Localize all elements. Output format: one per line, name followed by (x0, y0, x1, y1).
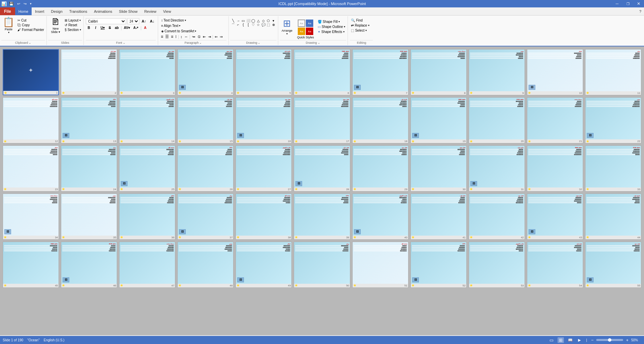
slide-thumb[interactable]: اسکنر▓▓▓▓▓▓▓▓▓▓▓▓▓▓▓▓▓▓▓▓▓▓▓▓▓▓▓▓▓▓▓▓▓⭐2… (3, 145, 59, 192)
menu-transitions[interactable]: Transitions (66, 7, 91, 15)
decrease-indent-icon[interactable]: ⇤ (202, 34, 207, 39)
drawing-group-expand-icon[interactable]: ⌄ (318, 41, 320, 44)
clear-format-button[interactable]: A↗ (132, 25, 140, 30)
copy-button[interactable]: ⿻ Copy (16, 23, 45, 27)
slide-thumb[interactable]: CPU▓▓▓▓▓▓▓▓▓▓▓▓▓▓▓▓▓▓▓▓▓▓▓▓▓▓▓▓▓▓▓▓▓🖼⭐13 (61, 97, 117, 143)
slide-thumb[interactable]: فصل دوم:▓▓▓▓▓▓▓▓▓▓▓▓▓▓▓▓▓▓▓▓▓▓▓▓▓▓▓▓▓▓▓▓… (119, 49, 175, 95)
slide-thumb[interactable]: فصل اول:▓▓▓▓▓▓▓▓▓▓▓▓▓▓▓▓▓▓▓▓▓▓▓▓▓▓▓▓▓▓⭐4… (410, 194, 467, 240)
slide-thumb[interactable]: حافظه RAM▓▓▓▓▓▓▓▓▓▓▓▓▓▓▓▓▓▓▓▓▓▓▓▓▓▓▓▓▓▓▓… (410, 97, 467, 143)
shape-more[interactable]: ▾ (271, 19, 276, 23)
slide-thumb[interactable]: فصل دوم:▓▓▓▓▓▓▓▓▓▓▓▓▓▓▓▓▓▓▓▓▓▓▓▓▓▓▓▓▓▓🖼⭐… (236, 97, 292, 143)
text-direction-button[interactable]: ↕ Text Direction ▾ (160, 18, 187, 23)
menu-home[interactable]: Home (15, 7, 32, 15)
slide-thumb[interactable]: دیسک سخت▓▓▓▓▓▓▓▓▓▓▓▓▓▓▓▓▓▓▓▓▓▓▓▓▓▓▓▓▓▓▓▓… (3, 194, 59, 240)
slide-thumb[interactable]: فصل دوم:▓▓▓▓▓▓▓▓▓▓▓▓▓▓▓▓▓▓▓▓▓▓▓▓▓▓▓▓▓▓▓▓… (352, 145, 408, 192)
bold-button[interactable]: B (86, 25, 92, 30)
slide-thumb[interactable]: ماژول اول:▓▓▓▓▓▓▓▓▓▓▓▓▓▓▓▓▓▓▓▓▓▓▓▓▓▓▓▓▓▓… (469, 145, 525, 192)
slide-thumb[interactable]: فصل اول:▓▓▓▓▓▓▓▓▓▓▓▓▓▓▓▓▓▓▓▓▓▓▓▓▓▓▓▓▓▓▓⭐… (177, 97, 234, 143)
slide-thumb[interactable]: ماژول اول:▓▓▓▓▓▓▓▓▓▓▓▓▓▓▓▓▓▓▓▓▓▓▓▓▓▓▓▓▓▓… (236, 49, 292, 95)
clipboard-expand-icon[interactable]: ⌄ (29, 41, 31, 44)
slide-thumb[interactable]: موس▓▓▓▓▓▓▓▓▓▓▓▓▓▓▓▓▓▓▓▓▓▓▓▓▓▓▓▓▓▓▓▓▓⭐48 (177, 242, 234, 288)
shape-rrect[interactable]: ⬜ (246, 19, 251, 23)
layout-button[interactable]: ⊞ Layout▾ (64, 18, 82, 23)
slide-thumb[interactable]: پرینتر▓▓▓▓▓▓▓▓▓▓▓▓▓▓▓▓▓▓▓▓▓▓▓▓▓▓▓▓▓▓▓⭐50 (294, 242, 350, 288)
slide-thumb[interactable]: دیسک سخت▓▓▓▓▓▓▓▓▓▓▓▓▓▓▓▓▓▓▓▓▓▓▓▓▓▓▓▓▓▓▓▓… (119, 242, 175, 288)
format-painter-button[interactable]: 🖌 Format Painter (16, 28, 45, 32)
replace-button[interactable]: ⇄ Replace ▾ (350, 23, 373, 28)
slide-thumb[interactable]: فصل سوم:▓▓▓▓▓▓▓▓▓▓▓▓▓▓▓▓▓▓▓▓▓▓▓▓▓▓▓▓▓▓▓⭐… (410, 145, 467, 192)
align-center-icon[interactable]: ☰ (165, 34, 170, 39)
slide-thumb[interactable]: شازده کامپیوتر▓▓▓▓▓▓▓▓▓▓▓▓▓▓▓▓▓▓▓▓▓▓▓▓▓▓… (352, 194, 408, 240)
slide-thumb[interactable]: CPU▓▓▓▓▓▓▓▓▓▓▓▓▓▓▓▓▓▓▓▓▓▓▓▓▓▓▓▓▓▓▓▓▓▓🖼⭐5… (410, 242, 467, 288)
slide-thumb[interactable]: شازده کامپیوتر▓▓▓▓▓▓▓▓▓▓▓▓▓▓▓▓▓▓▓▓▓▓▓▓▓▓… (469, 242, 525, 288)
align-left-icon[interactable]: ≡ (160, 34, 164, 39)
shape-star[interactable]: ☆ (256, 23, 261, 28)
slide-thumb[interactable]: اسکنر▓▓▓▓▓▓▓▓▓▓▓▓▓▓▓▓▓▓▓▓▓▓▓▓▓▓▓▓▓▓▓▓🖼⭐4… (236, 242, 292, 288)
find-button[interactable]: 🔍 Find (350, 18, 373, 23)
slide-thumb[interactable]: موس▓▓▓▓▓▓▓▓▓▓▓▓▓▓▓▓▓▓▓▓▓▓▓▓▓▓▓▓▓▓▓▓⭐9 (469, 49, 525, 95)
line-spacing-icon[interactable]: ↔ (184, 34, 189, 39)
shape-connector[interactable]: ⌒ (231, 23, 236, 28)
shape-arrow[interactable]: → (236, 19, 241, 23)
shape-line[interactable]: ╲ (231, 19, 236, 23)
menu-view[interactable]: View (160, 7, 175, 15)
shape-fill-button[interactable]: 🪣 Shape Fill ▾ (317, 20, 346, 24)
slide-thumb[interactable]: فصل اول:▓▓▓▓▓▓▓▓▓▓▓▓▓▓▓▓▓▓▓▓▓▓▓▓▓▓▓▓▓▓▓▓… (294, 145, 350, 192)
shape-oval[interactable]: ◯ (251, 19, 256, 23)
shape-brace[interactable]: { (241, 23, 246, 28)
restore-button[interactable]: ❐ (622, 0, 633, 7)
shadow-button[interactable]: ab (113, 25, 120, 30)
ltr-icon[interactable]: ⇒ (219, 34, 223, 39)
slide-thumb[interactable]: ✦⭐1 (3, 49, 59, 95)
slide-thumb[interactable]: صفحه کلید▓▓▓▓▓▓▓▓▓▓▓▓▓▓▓▓▓▓▓▓▓▓▓▓▓▓▓▓▓▓▓… (119, 145, 175, 192)
slide-thumb[interactable]: حافظه ROM▓▓▓▓▓▓▓▓▓▓▓▓▓▓▓▓▓▓▓▓▓▓▓▓▓▓▓▓▓▓▓… (469, 97, 525, 143)
shape-triangle[interactable]: △ (256, 19, 261, 23)
slide-thumb[interactable]: CPU▓▓▓▓▓▓▓▓▓▓▓▓▓▓▓▓▓▓▓▓▓▓▓▓▓▓▓▓▓▓⭐26 (177, 145, 234, 192)
align-text-button[interactable]: ≡ Align Text ▾ (160, 24, 181, 28)
slide-thumb[interactable]: موس▓▓▓▓▓▓▓▓▓▓▓▓▓▓▓▓▓▓▓▓▓▓▓▓▓▓▓▓▓▓▓⭐35 (61, 194, 117, 240)
menu-slideshow[interactable]: Slide Show (116, 7, 141, 15)
slide-thumb[interactable]: صفحه کلید▓▓▓▓▓▓▓▓▓▓▓▓▓▓▓▓▓▓▓▓▓▓▓▓▓▓▓▓▓▓▓… (3, 97, 59, 143)
help-button[interactable]: ? (637, 7, 644, 15)
slide-thumb[interactable]: فصل سوم:▓▓▓▓▓▓▓▓▓▓▓▓▓▓▓▓▓▓▓▓▓▓▓▓▓▓▓▓▓▓▓▓… (177, 49, 234, 95)
slide-thumb[interactable]: حافظه RAM▓▓▓▓▓▓▓▓▓▓▓▓▓▓▓▓▓▓▓▓▓▓▓▓▓▓▓▓▓▓▓… (3, 242, 59, 288)
reset-button[interactable]: ↺ Reset (64, 23, 82, 27)
menu-design[interactable]: Design (48, 7, 66, 15)
shape-rect[interactable]: ▭ (241, 19, 246, 23)
font-size-select[interactable]: 24 (127, 18, 139, 24)
slide-thumb[interactable]: دیسک سخت▓▓▓▓▓▓▓▓▓▓▓▓▓▓▓▓▓▓▓▓▓▓▓▓▓▓▓▓▓▓▓▓… (410, 49, 467, 95)
qat-save[interactable]: 💾 (8, 1, 15, 6)
shape-pentagon[interactable]: ⬠ (266, 19, 271, 23)
cut-button[interactable]: ✂ Cut (16, 18, 45, 23)
minimize-button[interactable]: ─ (612, 0, 622, 7)
slide-thumb[interactable]: CPU▓▓▓▓▓▓▓▓▓▓▓▓▓▓▓▓▓▓▓▓▓▓▓▓▓▓▓▓▓▓▓▓⭐39 (294, 194, 350, 240)
menu-insert[interactable]: Insert (32, 7, 48, 15)
rtl-icon[interactable]: ⇐ (214, 34, 218, 39)
slide-thumb[interactable]: فصل اول:▓▓▓▓▓▓▓▓▓▓▓▓▓▓▓▓▓▓▓▓▓▓▓▓▓▓▓▓▓▓▓▓… (61, 49, 117, 95)
slide-thumb[interactable]: شازده کامپیوتر▓▓▓▓▓▓▓▓▓▓▓▓▓▓▓▓▓▓▓▓▓▓▓▓▓▓… (119, 97, 175, 143)
slide-thumb[interactable]: حافظه ROM▓▓▓▓▓▓▓▓▓▓▓▓▓▓▓▓▓▓▓▓▓▓▓▓▓▓▓▓▓▓▓… (352, 49, 408, 95)
increase-indent-icon[interactable]: ⇥ (207, 34, 212, 39)
strikethrough-button[interactable]: S (107, 25, 113, 30)
slide-thumb[interactable]: حافظه ROM▓▓▓▓▓▓▓▓▓▓▓▓▓▓▓▓▓▓▓▓▓▓▓▓▓▓▓▓▓▓🖼… (61, 242, 117, 288)
section-button[interactable]: § Section▾ (64, 28, 82, 32)
italic-button[interactable]: I (93, 25, 99, 30)
menu-animations[interactable]: Animations (91, 7, 115, 15)
paragraph-expand-icon[interactable]: ⌄ (199, 41, 202, 44)
shape-heart[interactable]: ♡ (251, 23, 256, 28)
slide-thumb[interactable]: ماژول اول:▓▓▓▓▓▓▓▓▓▓▓▓▓▓▓▓▓▓▓▓▓▓▓▓▓▓▓▓▓▓… (585, 194, 641, 240)
quick-styles-button[interactable]: Aa Aa Aa Aa Quick Styles (296, 18, 315, 40)
decrease-font-button[interactable]: A↓ (149, 19, 156, 24)
slide-thumb[interactable]: ماژول اول:▓▓▓▓▓▓▓▓▓▓▓▓▓▓▓▓▓▓▓▓▓▓▓▓▓▓▓▓▓▓… (352, 97, 408, 143)
convert-smartart-button[interactable]: ◈ Convert to SmartArt ▾ (160, 29, 197, 33)
slide-thumb[interactable]: فصل دوم:▓▓▓▓▓▓▓▓▓▓▓▓▓▓▓▓▓▓▓▓▓▓▓▓▓▓▓▓▓▓▓▓… (469, 194, 525, 240)
slide-thumb[interactable]: صفحه کلید▓▓▓▓▓▓▓▓▓▓▓▓▓▓▓▓▓▓▓▓▓▓▓▓▓▓▓▓▓▓▓… (236, 194, 292, 240)
underline-button[interactable]: U▾ (99, 25, 106, 30)
slide-thumb[interactable]: حافظه ROM▓▓▓▓▓▓▓▓▓▓▓▓▓▓▓▓▓▓▓▓▓▓▓▓▓▓▓▓▓▓▓… (585, 145, 641, 192)
font-color-button[interactable]: A (142, 25, 148, 30)
slide-thumb[interactable]: صفحه کلید▓▓▓▓▓▓▓▓▓▓▓▓▓▓▓▓▓▓▓▓▓▓▓▓▓▓▓▓▓▓⭐… (352, 242, 408, 288)
slide-thumb[interactable]: فصل سوم:▓▓▓▓▓▓▓▓▓▓▓▓▓▓▓▓▓▓▓▓▓▓▓▓▓▓▓▓▓▓▓▓… (527, 194, 583, 240)
slide-thumb[interactable]: موس▓▓▓▓▓▓▓▓▓▓▓▓▓▓▓▓▓▓▓▓▓▓▓▓▓▓▓▓▓▓▓▓▓▓🖼⭐2… (585, 97, 641, 143)
new-slide-button[interactable]: 🖹 New Slide ▾ (48, 17, 63, 34)
shape-outline-button[interactable]: ▭ Shape Outline ▾ (317, 25, 346, 29)
